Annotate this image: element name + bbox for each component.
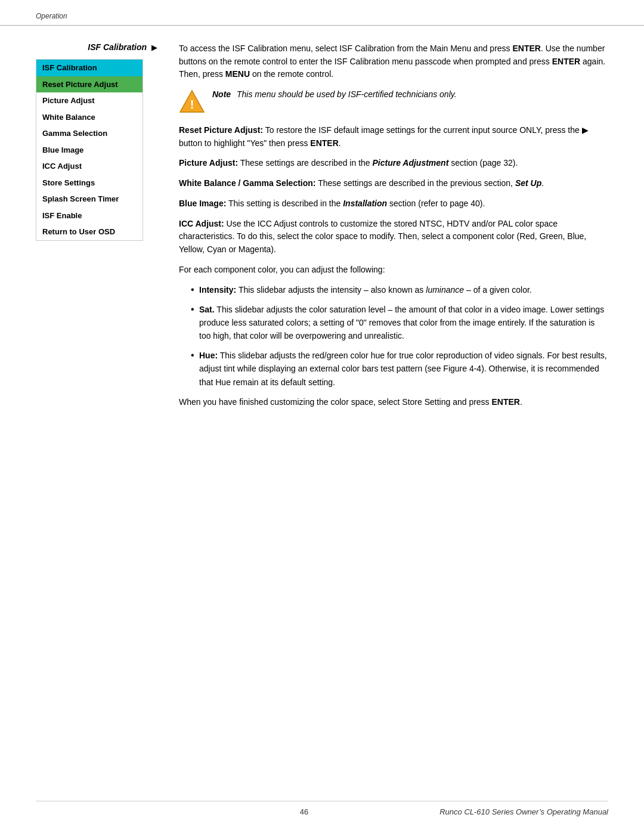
arrow-icon: ▶ <box>151 43 157 52</box>
intensity-text2: – of a given color. <box>464 285 532 295</box>
bullet-hue: Hue: This slidebar adjusts the red/green… <box>191 349 608 389</box>
note-content: Note This menu should be used by ISF-cer… <box>212 88 457 101</box>
blue-image-text: This setting is described in the <box>228 199 343 208</box>
sat-label: Sat. <box>199 305 215 314</box>
menu-item-blue-image[interactable]: Blue Image <box>36 142 143 159</box>
icc-adjust-label: ICC Adjust: <box>179 219 224 228</box>
hue-text: This slidebar adjusts the red/green colo… <box>199 351 607 387</box>
sidebar: ISF Calibration ▶ ISF Calibration Reset … <box>36 42 161 416</box>
menu-item-picture-adjust[interactable]: Picture Adjust <box>36 92 143 109</box>
intro-text4: on the remote control. <box>250 69 333 79</box>
reset-enter: ENTER <box>310 138 338 148</box>
isf-calibration-heading: ISF Calibration <box>88 42 147 52</box>
intro-text1: To access the ISF Calibration menu, sele… <box>179 44 512 53</box>
menu-item-splash-screen-timer[interactable]: Splash Screen Timer <box>36 191 143 208</box>
blue-image-para: Blue Image: This setting is described in… <box>179 197 608 210</box>
reset-label: Reset Picture Adjust: <box>179 125 263 135</box>
intro-paragraph: To access the ISF Calibration menu, sele… <box>179 42 608 81</box>
intro-menu: MENU <box>225 69 250 79</box>
intensity-text: This slidebar adjusts the intensity – al… <box>239 285 426 295</box>
sat-text: This slidebar adjusts the color saturati… <box>199 305 604 341</box>
closing-text-end: . <box>520 397 522 407</box>
blue-image-label: Blue Image: <box>179 199 226 208</box>
white-balance-text: These settings are described in the prev… <box>318 178 515 188</box>
for-each-para: For each component color, you can adjust… <box>179 264 608 277</box>
main-content: ISF Calibration ▶ ISF Calibration Reset … <box>0 26 644 440</box>
note-label: Note <box>212 89 231 99</box>
set-up-ref: Set Up <box>515 178 541 188</box>
menu-item-isf-enable[interactable]: ISF Enable <box>36 208 143 224</box>
menu-item-store-settings[interactable]: Store Settings <box>36 175 143 191</box>
menu-item-reset-picture-adjust[interactable]: Reset Picture Adjust <box>36 76 143 93</box>
page-container: Operation ISF Calibration ▶ ISF Calibrat… <box>0 0 644 833</box>
note-text: This menu should be used by ISF-certifie… <box>237 89 457 99</box>
page-footer: 46 Runco CL-610 Series Owner’s Operating… <box>36 801 608 816</box>
luminance-text: luminance <box>426 285 464 295</box>
hue-label: Hue: <box>199 351 218 360</box>
manual-title: Runco CL-610 Series Owner’s Operating Ma… <box>439 807 608 816</box>
menu-item-gamma-selection[interactable]: Gamma Selection <box>36 125 143 142</box>
installation-ref: Installation <box>343 199 387 208</box>
page-number: 46 <box>300 807 308 816</box>
reset-picture-adjust-para: Reset Picture Adjust: To restore the ISF… <box>179 124 608 150</box>
warning-triangle-icon: ! <box>179 88 205 114</box>
header-section: Operation <box>0 0 644 26</box>
sidebar-title-area: ISF Calibration ▶ <box>36 42 161 52</box>
white-balance-label: White Balance / Gamma Selection: <box>179 178 316 188</box>
menu-item-return-to-user-osd[interactable]: Return to User OSD <box>36 224 143 240</box>
svg-text:!: ! <box>190 98 194 111</box>
picture-adjustment-ref: Picture Adjustment <box>372 158 448 168</box>
menu-item-white-balance[interactable]: White Balance <box>36 109 143 126</box>
menu-item-icc-adjust[interactable]: ICC Adjust <box>36 158 143 175</box>
bullet-intensity: Intensity: This slidebar adjusts the int… <box>191 283 608 296</box>
white-balance-para: White Balance / Gamma Selection: These s… <box>179 177 608 190</box>
note-box: ! Note This menu should be used by ISF-c… <box>179 88 608 114</box>
menu-item-isf-calibration[interactable]: ISF Calibration <box>36 60 143 76</box>
content-area: To access the ISF Calibration menu, sele… <box>179 42 608 416</box>
icc-adjust-para: ICC Adjust: Use the ICC Adjust controls … <box>179 218 608 256</box>
intensity-label: Intensity: <box>199 285 236 295</box>
picture-adjust-para: Picture Adjust: These settings are descr… <box>179 157 608 170</box>
closing-enter: ENTER <box>492 397 520 407</box>
menu-box: ISF Calibration Reset Picture Adjust Pic… <box>36 59 143 241</box>
intro-enter1: ENTER <box>512 44 540 53</box>
picture-adjust-label: Picture Adjust: <box>179 158 238 168</box>
header-label: Operation <box>36 12 67 20</box>
picture-adjust-text: These settings are described in the <box>240 158 373 168</box>
bullet-sat: Sat. This slidebar adjusts the color sat… <box>191 303 608 343</box>
intro-enter2: ENTER <box>552 57 580 66</box>
closing-text: When you have finished customizing the c… <box>179 397 492 407</box>
icc-adjust-text: Use the ICC Adjust controls to customize… <box>179 219 586 254</box>
closing-para: When you have finished customizing the c… <box>179 396 608 409</box>
bullet-list: Intensity: This slidebar adjusts the int… <box>191 283 608 389</box>
